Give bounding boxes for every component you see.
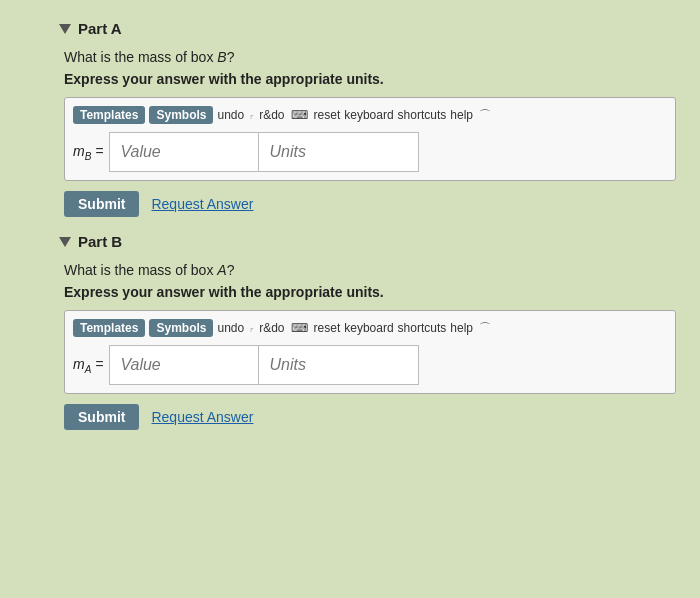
part-a-help[interactable]: help <box>450 108 473 122</box>
curve-icon-a: ⌒ <box>477 107 493 124</box>
part-b-answer-box: Templates Symbols undo ᵣ r&do ⌨ reset ke… <box>64 310 676 394</box>
part-b-reset[interactable]: reset <box>314 321 341 335</box>
part-a-undo[interactable]: undo <box>217 108 244 122</box>
part-b-shortcuts[interactable]: shortcuts <box>398 321 447 335</box>
part-b-undo[interactable]: undo <box>217 321 244 335</box>
part-b-section: Part B What is the mass of box A? Expres… <box>60 233 680 430</box>
part-a-subscript: B <box>85 150 92 161</box>
part-b-symbols-button[interactable]: Symbols <box>149 319 213 337</box>
part-a-instruction: Express your answer with the appropriate… <box>64 71 680 87</box>
part-a-question: What is the mass of box B? <box>64 49 680 65</box>
collapse-icon-b[interactable] <box>59 237 71 247</box>
part-a-header: Part A <box>60 20 680 37</box>
part-b-submit-button[interactable]: Submit <box>64 404 139 430</box>
page-wrapper: Part A What is the mass of box B? Expres… <box>0 0 700 598</box>
part-a-label: mB = <box>73 143 103 162</box>
part-b-request-answer-link[interactable]: Request Answer <box>151 409 253 425</box>
part-a-keyboard[interactable]: keyboard <box>344 108 393 122</box>
part-a-shortcuts[interactable]: shortcuts <box>398 108 447 122</box>
part-b-label: mA = <box>73 356 103 375</box>
part-a-input-row: mB = <box>73 132 667 172</box>
part-a-symbols-button[interactable]: Symbols <box>149 106 213 124</box>
part-b-header: Part B <box>60 233 680 250</box>
sep2: ᵣ <box>250 321 253 335</box>
part-b-instruction: Express your answer with the appropriate… <box>64 284 680 300</box>
part-a-redo[interactable]: r&do <box>259 108 284 122</box>
part-b-actions: Submit Request Answer <box>64 404 680 430</box>
part-b-question: What is the mass of box A? <box>64 262 680 278</box>
part-a-reset[interactable]: reset <box>314 108 341 122</box>
part-a-templates-button[interactable]: Templates <box>73 106 145 124</box>
part-b-templates-button[interactable]: Templates <box>73 319 145 337</box>
part-b-redo[interactable]: r&do <box>259 321 284 335</box>
part-a-section: Part A What is the mass of box B? Expres… <box>60 20 680 217</box>
part-a-answer-box: Templates Symbols undo ᵣ r&do ⌨ reset ke… <box>64 97 676 181</box>
part-b-title: Part B <box>78 233 122 250</box>
part-b-value-input[interactable] <box>109 345 259 385</box>
keyboard-icon-b[interactable]: ⌨ <box>289 321 310 335</box>
part-b-units-input[interactable] <box>259 345 419 385</box>
keyboard-icon-a[interactable]: ⌨ <box>289 108 310 122</box>
part-a-request-answer-link[interactable]: Request Answer <box>151 196 253 212</box>
part-b-help[interactable]: help <box>450 321 473 335</box>
part-a-value-input[interactable] <box>109 132 259 172</box>
part-a-actions: Submit Request Answer <box>64 191 680 217</box>
part-b-toolbar: Templates Symbols undo ᵣ r&do ⌨ reset ke… <box>73 319 667 337</box>
curve-icon-b: ⌒ <box>477 320 493 337</box>
part-a-units-input[interactable] <box>259 132 419 172</box>
part-a-toolbar: Templates Symbols undo ᵣ r&do ⌨ reset ke… <box>73 106 667 124</box>
sep1: ᵣ <box>250 108 253 122</box>
part-a-submit-button[interactable]: Submit <box>64 191 139 217</box>
part-a-title: Part A <box>78 20 122 37</box>
collapse-icon-a[interactable] <box>59 24 71 34</box>
part-b-keyboard[interactable]: keyboard <box>344 321 393 335</box>
part-b-subscript: A <box>85 363 92 374</box>
part-b-input-row: mA = <box>73 345 667 385</box>
